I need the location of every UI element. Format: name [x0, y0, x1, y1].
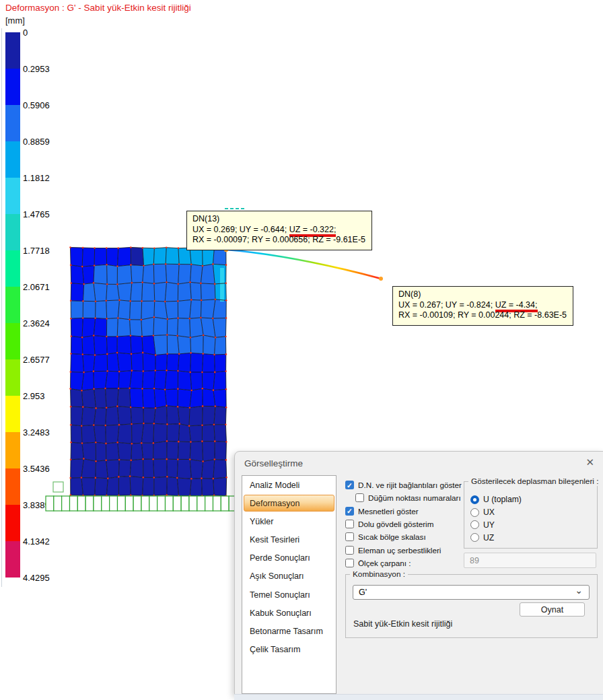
displacement-component-group: Gösterilecek deplasman bileşenleri : U (… [464, 481, 598, 549]
checkbox-label: Sıcak bölge skalası [358, 532, 426, 541]
group-label: Gösterilecek deplasman bileşenleri : [468, 477, 602, 486]
display-options: ✓D.N. ve rijit bağlantıları gösterDüğüm … [345, 479, 462, 569]
checkbox-label: Mesnetleri göster [358, 507, 419, 516]
radio-selected-icon [470, 495, 479, 504]
radio-label: UY [483, 520, 495, 530]
checkbox-unchecked-icon [345, 532, 354, 541]
display-checkbox-row[interactable]: Ölçek çarpanı : [345, 557, 462, 569]
app-root: Deformasyon : G' - Sabit yük-Etkin kesit… [0, 0, 603, 700]
result-category-list: Analiz ModeliDeformasyonYüklerKesit Tesi… [242, 475, 336, 694]
radio-unselected-icon [470, 520, 479, 529]
radio-label: UX [483, 508, 495, 517]
checkbox-unchecked-icon [345, 546, 354, 555]
dialog-footer-strip [234, 694, 603, 700]
viz-list-item[interactable]: Kabuk Sonuçları [242, 604, 336, 622]
close-icon[interactable]: ✕ [586, 457, 594, 468]
checkbox-label: Eleman uç serbestlikleri [358, 546, 441, 555]
radio-unselected-icon [470, 508, 479, 517]
viz-list-item[interactable]: Analiz Modeli [242, 476, 336, 494]
display-checkbox-row[interactable]: Sıcak bölge skalası [345, 530, 462, 543]
viz-list-item[interactable]: Deformasyon [244, 495, 334, 512]
checkbox-label: Dolu gövdeli gösterim [358, 520, 433, 528]
displacement-radio-row[interactable]: U (toplam) [470, 493, 522, 506]
viz-list-item[interactable]: Kesit Tesirleri [242, 530, 336, 549]
radio-unselected-icon [470, 533, 479, 542]
display-checkbox-row[interactable]: ✓Mesnetleri göster [345, 505, 462, 518]
viz-list-item[interactable]: Aşık Sonuçları [242, 567, 336, 586]
checkbox-label: Düğüm noktası numaraları [368, 493, 461, 502]
combination-group: Kombinasyon : G' ⌄ Oynat Sabit yük-Etkin… [345, 574, 598, 638]
dialog-titlebar[interactable]: Görselleştirme ✕ [235, 452, 603, 475]
viz-list-item[interactable]: Perde Sonuçları [242, 549, 336, 567]
radio-label: U (toplam) [483, 495, 522, 504]
display-checkbox-row[interactable]: Dolu gövdeli gösterim [345, 518, 462, 530]
displacement-radio-row[interactable]: UX [470, 506, 522, 519]
checkbox-label: Ölçek çarpanı : [358, 559, 411, 567]
group-label: Kombinasyon : [350, 569, 408, 579]
node-id: DN(8) [398, 289, 421, 299]
radio-label: UZ [483, 533, 494, 542]
chevron-down-icon: ⌄ [575, 585, 583, 596]
checkbox-label: D.N. ve rijit bağlantıları göster [358, 481, 462, 489]
viz-list-item[interactable]: Çelik Tasarım [242, 641, 336, 659]
checkbox-unchecked-icon [355, 493, 364, 502]
checkbox-unchecked-icon [345, 559, 354, 567]
node-id: DN(13) [192, 214, 219, 223]
combination-select[interactable]: G' ⌄ [353, 585, 590, 600]
displacement-radio-row[interactable]: UY [470, 519, 522, 532]
viz-list-item[interactable]: Temel Sonuçları [242, 586, 336, 604]
combination-description: Sabit yük-Etkin kesit rijitliği [353, 619, 452, 629]
checkbox-unchecked-icon [345, 520, 354, 528]
checkbox-checked-icon: ✓ [345, 481, 354, 489]
node-tooltip-dn13: DN(13) UX = 0.269; UY = -0.644; UZ = -0.… [186, 211, 372, 250]
displacement-radio-row[interactable]: UZ [470, 531, 522, 544]
scale-factor-input[interactable] [464, 553, 596, 568]
display-checkbox-row[interactable]: Eleman uç serbestlikleri [345, 543, 462, 556]
play-button[interactable]: Oynat [520, 602, 585, 617]
viz-list-item[interactable]: Yükler [242, 512, 336, 530]
node-tooltip-dn8: DN(8) UX = 0.267; UY = -0.824; UZ = -4.3… [392, 286, 573, 326]
display-checkbox-row[interactable]: Düğüm noktası numaraları [355, 491, 462, 504]
visualization-dialog: Görselleştirme ✕ Analiz ModeliDeformasyo… [234, 451, 603, 695]
checkbox-checked-icon: ✓ [345, 507, 354, 516]
dialog-title: Görselleştirme [244, 458, 303, 468]
display-checkbox-row[interactable]: ✓D.N. ve rijit bağlantıları göster [345, 479, 462, 491]
viz-list-item[interactable]: Betonarme Tasarım [242, 622, 336, 640]
